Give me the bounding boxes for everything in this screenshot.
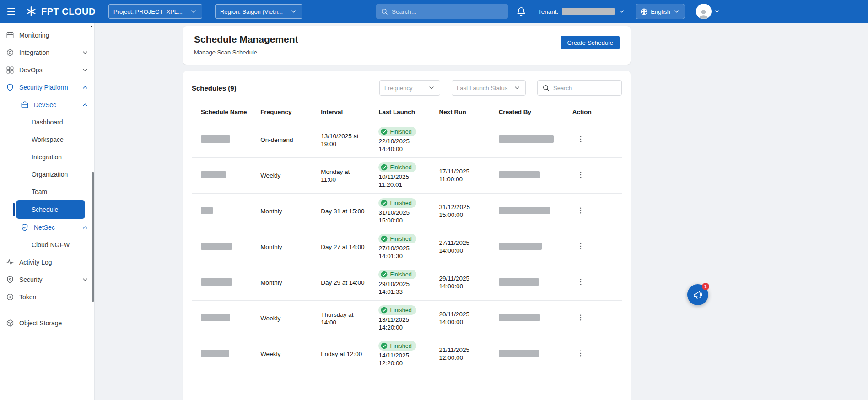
avatar	[696, 4, 712, 19]
created-by-redacted	[499, 171, 540, 178]
action-cell	[563, 301, 622, 336]
global-search[interactable]	[376, 4, 508, 19]
kebab-menu-icon[interactable]	[577, 206, 585, 215]
sidebar-item-schedule[interactable]: Schedule	[16, 200, 85, 219]
sidebar-item-label: Organization	[32, 171, 68, 178]
frequency-cell: Monthly	[251, 265, 312, 301]
next-run-date: 31/12/2025	[439, 204, 486, 211]
sidebar-item-integration[interactable]: Integration	[0, 44, 94, 61]
sidebar-item-team[interactable]: Team	[0, 183, 94, 200]
kebab-menu-icon[interactable]	[577, 349, 585, 357]
region-selector[interactable]: Region: Saigon (Vietn...	[215, 4, 302, 19]
activity-log-icon	[6, 258, 14, 266]
sidebar-item-devsec[interactable]: DevSec	[0, 96, 94, 114]
last-launch-time: 14:01:30	[378, 253, 426, 260]
kebab-menu-icon[interactable]	[577, 314, 585, 322]
create-schedule-button[interactable]: Create Schedule	[561, 36, 620, 49]
kebab-menu-icon[interactable]	[577, 242, 585, 250]
table-row: MonthlyDay 31 at 15:00Finished31/10/2025…	[192, 194, 622, 229]
fpt-cloud-logo[interactable]: FPT CLOUD	[25, 5, 96, 17]
language-selector[interactable]: English	[636, 4, 685, 19]
next-run-time: 14:00:00	[439, 283, 486, 291]
sidebar-item-dashboard[interactable]: Dashboard	[0, 114, 94, 131]
menu-icon[interactable]	[5, 5, 18, 17]
page-subtitle: Manage Scan Schedule	[194, 49, 298, 56]
project-selector[interactable]: Project: PROJECT_XPL...	[108, 4, 202, 19]
global-search-input[interactable]	[392, 8, 503, 15]
schedule-name-redacted	[201, 350, 229, 357]
sidebar-scrollbar-up-arrow[interactable]	[89, 24, 94, 29]
integration-icon	[6, 49, 14, 57]
schedule-search-input[interactable]	[553, 85, 617, 92]
notification-count-badge: 1	[702, 283, 709, 290]
schedules-table: Schedule NameFrequencyIntervalLast Launc…	[192, 103, 622, 372]
frequency-cell: On-demand	[251, 122, 312, 158]
status-badge: Finished	[378, 162, 416, 172]
tenant-selector[interactable]: Tenant:	[538, 8, 625, 15]
sidebar-item-activity-log[interactable]: Activity Log	[0, 254, 94, 271]
last-launch-date: 22/10/2025	[378, 138, 426, 146]
sidebar-item-integration[interactable]: Integration	[0, 148, 94, 166]
frequency-filter-label: Frequency	[384, 85, 412, 92]
interval-cell: Friday at 12:00	[312, 336, 369, 372]
sidebar-item-label: Security Platform	[19, 84, 68, 91]
next-run-cell: 29/11/202514:00:00	[430, 265, 490, 301]
status-badge: Finished	[378, 198, 416, 208]
last-launch-date: 29/10/2025	[378, 281, 426, 288]
kebab-menu-icon[interactable]	[577, 171, 585, 179]
sidebar-nav: MonitoringIntegrationDevOpsSecurity Plat…	[0, 27, 94, 332]
next-run-date: 27/11/2025	[439, 239, 486, 247]
last-launch-date: 13/11/2025	[378, 316, 426, 324]
chevron-down-icon	[81, 276, 89, 283]
notification-bell-icon[interactable]	[516, 6, 526, 16]
action-cell	[563, 158, 622, 194]
search-icon	[381, 8, 388, 15]
kebab-menu-icon[interactable]	[577, 135, 585, 143]
interval-cell: Day 29 at 14:00	[312, 265, 369, 301]
sidebar-item-monitoring[interactable]: Monitoring	[0, 27, 94, 44]
announcements-fab[interactable]: 1	[687, 284, 708, 305]
user-menu[interactable]	[696, 4, 721, 19]
last-launch-time: 12:20:00	[378, 360, 426, 368]
sidebar-scrollbar-thumb[interactable]	[92, 172, 94, 302]
action-cell	[563, 336, 622, 372]
chevron-down-icon	[428, 84, 435, 92]
security-platform-icon	[6, 83, 14, 92]
status-badge-label: Finished	[390, 271, 411, 278]
sidebar-item-cloud-ngfw[interactable]: Cloud NGFW	[0, 236, 94, 254]
sidebar-item-netsec[interactable]: NetSec	[0, 219, 94, 236]
last-launch-date: 10/11/2025	[378, 173, 426, 181]
sidebar-item-security[interactable]: Security	[0, 271, 94, 288]
status-badge: Finished	[378, 270, 416, 279]
schedule-search[interactable]	[537, 80, 622, 96]
created-by-cell	[490, 122, 563, 158]
kebab-menu-icon[interactable]	[577, 278, 585, 286]
table-header-row: Schedule NameFrequencyIntervalLast Launc…	[192, 103, 622, 122]
last-launch-cell: Finished27/10/202514:01:30	[369, 229, 430, 265]
sidebar-item-label: Token	[19, 293, 36, 301]
status-badge-label: Finished	[390, 307, 411, 314]
schedule-name-redacted	[201, 135, 230, 143]
sidebar-item-object-storage[interactable]: Object Storage	[0, 314, 94, 332]
sidebar-item-security-platform[interactable]: Security Platform	[0, 79, 94, 96]
megaphone-icon	[692, 289, 704, 301]
content-container: Schedule Management Manage Scan Schedule…	[183, 23, 631, 400]
sidebar-item-organization[interactable]: Organization	[0, 166, 94, 183]
sidebar-item-workspace[interactable]: Workspace	[0, 131, 94, 148]
tenant-name-redacted	[562, 8, 615, 15]
chevron-down-icon	[618, 8, 625, 15]
schedules-card: Schedules (9) Frequency Last Launch Stat…	[183, 71, 631, 400]
sidebar-item-label: DevSec	[34, 101, 56, 108]
devsec-icon	[21, 101, 29, 109]
last-launch-cell: Finished10/11/202511:20:01	[369, 158, 430, 194]
sidebar-item-devops[interactable]: DevOps	[0, 61, 94, 79]
next-run-cell: 21/11/202512:00:00	[430, 336, 490, 372]
frequency-cell: Weekly	[251, 336, 312, 372]
netsec-icon	[21, 223, 29, 232]
sidebar-item-token[interactable]: Token	[0, 288, 94, 306]
sidebar-item-label: Integration	[19, 49, 49, 56]
column-header-interval: Interval	[312, 103, 369, 122]
last-launch-cell: Finished14/11/202512:20:00	[369, 336, 430, 372]
frequency-filter[interactable]: Frequency	[379, 80, 440, 96]
last-launch-status-filter[interactable]: Last Launch Status	[452, 80, 526, 96]
